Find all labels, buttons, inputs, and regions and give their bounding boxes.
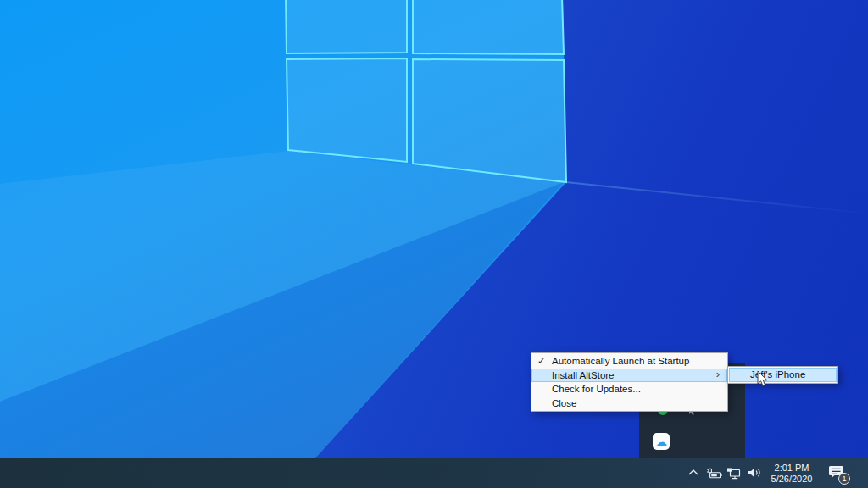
network-icon[interactable]	[726, 466, 741, 480]
taskbar-clock[interactable]: 2:01 PM 5/26/2020	[765, 463, 818, 484]
menu-item-install-altstore[interactable]: Install AltStore ›	[531, 369, 727, 383]
menu-item-check-updates[interactable]: Check for Updates...	[531, 382, 727, 396]
clock-time: 2:01 PM	[765, 463, 818, 474]
tray-context-menu: ✓ Automatically Launch at Startup Instal…	[531, 352, 728, 412]
windows-logo-pane-top-left	[286, 0, 407, 53]
notification-badge: 1	[838, 473, 850, 485]
battery-icon[interactable]	[706, 468, 722, 479]
windows-desktop: › ☁ ✓ Automatically Launch at Startup In…	[0, 0, 868, 488]
mouse-cursor	[757, 370, 770, 388]
icloud-icon[interactable]: ☁	[653, 433, 670, 450]
clock-date: 5/26/2020	[765, 474, 818, 485]
menu-item-close[interactable]: Close	[531, 396, 727, 411]
windows-logo-pane-bottom-right	[413, 59, 566, 182]
menu-item-autolaunch[interactable]: ✓ Automatically Launch at Startup	[531, 354, 727, 369]
submenu-item-device[interactable]: Jeff's iPhone	[729, 368, 837, 382]
volume-icon[interactable]	[747, 466, 761, 480]
menu-item-label: Close	[552, 398, 576, 408]
menu-item-label: Check for Updates...	[552, 384, 641, 394]
windows-logo-pane-top-right	[413, 0, 564, 54]
check-icon: ✓	[537, 354, 545, 369]
menu-item-label: Install AltStore	[552, 370, 615, 380]
submenu-arrow-icon: ›	[716, 368, 720, 382]
chevron-up-icon[interactable]	[687, 466, 700, 480]
taskbar: 2:01 PM 5/26/2020 1	[0, 458, 868, 488]
install-altstore-submenu: Jeff's iPhone	[727, 366, 838, 384]
windows-logo-pane-bottom-left	[287, 58, 407, 162]
menu-item-label: Automatically Launch at Startup	[552, 356, 689, 366]
